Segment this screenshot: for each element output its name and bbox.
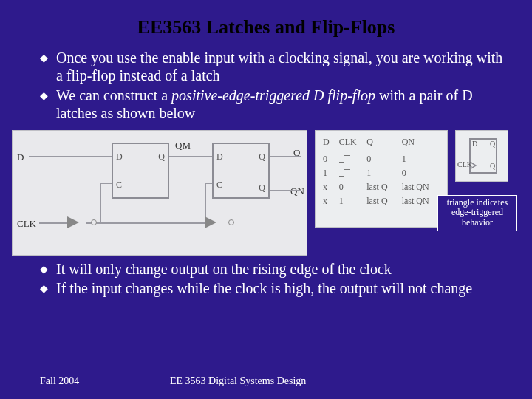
label-qn: QN [290,185,304,197]
table-row: x 1 last Q last QN [323,196,440,207]
callout-box: triangle indicates edge-triggered behavi… [437,195,517,231]
pin-label: Q [259,183,265,194]
td: 1 [402,154,440,165]
pin-label: Q [259,151,265,163]
td: 0 [339,182,367,193]
td: last Q [366,196,401,207]
bullet-text: If the input changes while the clock is … [56,279,472,297]
rising-edge-icon [339,169,352,177]
inverter-icon [67,216,79,228]
bullet-item: ◆ If the input changes while the clock i… [40,279,507,297]
footer-mid: EE 3563 Digital Systems Design [170,375,306,387]
pin-label: Q [158,151,165,163]
bullet-text: Once you use the enable input with a clo… [56,49,508,85]
th: D [323,137,339,148]
bullet-icon: ◆ [40,279,56,295]
d-latch-master: D C Q [112,143,169,199]
pin-label: D [216,151,223,163]
bullet-text: We can construct a positive-edge-trigger… [56,86,508,123]
sym-label: D [472,140,477,148]
pin-label: C [216,180,222,191]
th: Q [366,137,401,148]
td: 0 [402,168,440,179]
td: x [323,182,339,193]
bullets-bottom: ◆ It will only change output on the risi… [0,256,532,298]
td [339,168,367,179]
sym-label: CLK [457,160,472,168]
label-d: D [17,151,24,163]
td: 0 [323,154,339,165]
bullet-icon: ◆ [40,49,56,64]
td: 1 [323,168,339,179]
bullets-top: ◆ Once you use the enable input with a c… [0,49,532,123]
slide-title: EE3563 Latches and Flip-Flops [0,0,532,49]
table-header: D CLK Q QN [323,137,440,148]
pin-label: D [116,151,123,163]
bullet-text: It will only change output on the rising… [56,260,392,278]
circuit-diagram: D CLK QM Q QN D C Q D C Q Q [12,130,307,256]
footer: Fall 2004 EE 3563 Digital Systems Design [0,375,532,387]
th: CLK [339,137,367,148]
label-qm: QM [175,140,191,151]
pin-label: C [116,180,122,191]
sym-label: Q [490,162,495,170]
truth-table: D CLK Q QN 0 0 1 1 1 0 x 0 last Q last Q… [315,130,448,228]
d-latch-slave: D C Q Q [212,143,270,199]
diagram-area: D CLK QM Q QN D C Q D C Q Q D [12,130,520,256]
flipflop-symbol: D CLK Q Q [455,130,508,182]
td: last QN [402,182,440,193]
td: last Q [366,182,401,193]
bullet-item: ◆ We can construct a positive-edge-trigg… [40,86,508,123]
td: 1 [366,168,401,179]
rising-edge-icon [339,155,352,163]
bullet-item: ◆ It will only change output on the risi… [40,260,507,278]
td [339,154,367,165]
table-row: 0 0 1 [323,154,440,165]
table-row: 1 1 0 [323,168,440,179]
footer-left: Fall 2004 [0,375,170,387]
td: last QN [402,196,440,207]
table-row: x 0 last Q last QN [323,182,440,193]
bullet-icon: ◆ [40,86,56,102]
label-clk: CLK [17,218,36,230]
td: 1 [339,196,367,207]
td: 0 [366,154,401,165]
td: x [323,196,339,207]
bullet-item: ◆ Once you use the enable input with a c… [40,49,508,85]
bullet-icon: ◆ [40,260,56,276]
sym-label: Q [490,140,495,148]
th: QN [402,137,440,148]
inverter-icon [205,216,216,228]
